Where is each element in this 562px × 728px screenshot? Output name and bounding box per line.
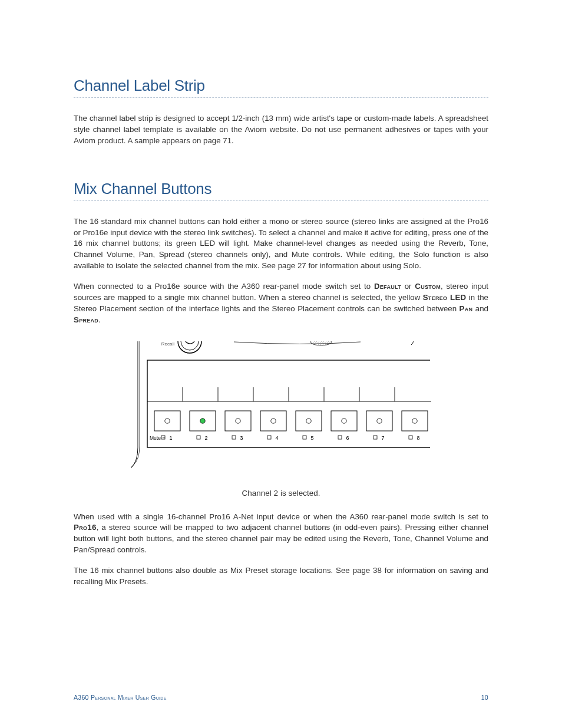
svg-rect-6 — [147, 360, 431, 447]
smallcaps-spread: Spread — [74, 315, 98, 324]
channel-label-4: 4 — [275, 435, 278, 441]
figure-channel-buttons: Recall 12345678 Mute = — [131, 341, 431, 477]
smallcaps-custom: Custom — [415, 282, 441, 291]
channel-label-7: 7 — [381, 435, 384, 441]
channel-label-2: 2 — [204, 435, 207, 441]
svg-rect-19 — [338, 436, 342, 439]
paragraph: When connected to a Pro16e source with t… — [74, 281, 488, 326]
page-number: 10 — [481, 694, 488, 701]
svg-rect-13 — [232, 436, 236, 439]
paragraph: The channel label strip is designed to a… — [74, 113, 488, 147]
paragraph: The 16 standard mix channel buttons can … — [74, 216, 488, 272]
channel-led-2 — [200, 418, 205, 423]
smallcaps-default: Default — [374, 282, 401, 291]
channel-label-3: 3 — [240, 435, 243, 441]
channel-label-6: 6 — [346, 435, 349, 441]
smallcaps-pan: Pan — [459, 304, 473, 313]
channel-label-8: 8 — [416, 435, 419, 441]
smallcaps-stereo-led: Stereo LED — [423, 293, 467, 302]
footer-title: A360 Personal Mixer User Guide — [74, 694, 167, 701]
svg-text:Recall: Recall — [161, 341, 174, 347]
channel-label-1: 1 — [169, 435, 172, 441]
smallcaps-pro16: Pro16 — [74, 523, 97, 532]
channel-label-5: 5 — [310, 435, 313, 441]
channel-led-4 — [271, 418, 276, 423]
paragraph: When used with a single 16-channel Pro16… — [74, 512, 488, 556]
channel-led-3 — [236, 418, 240, 423]
page-footer: A360 Personal Mixer User Guide 10 — [74, 694, 488, 701]
svg-rect-22 — [409, 436, 412, 439]
channel-led-1 — [165, 418, 170, 423]
channel-led-7 — [377, 418, 382, 423]
svg-rect-7 — [430, 359, 431, 449]
svg-rect-15 — [267, 436, 271, 439]
channel-led-6 — [342, 418, 346, 423]
channel-led-5 — [306, 418, 311, 423]
heading-mix-channel-buttons: Mix Channel Buttons — [74, 180, 488, 201]
paragraph: The 16 mix channel buttons also double a… — [74, 565, 488, 588]
svg-rect-21 — [373, 436, 377, 439]
svg-rect-11 — [197, 436, 200, 439]
heading-channel-label-strip: Channel Label Strip — [74, 77, 488, 98]
channel-led-8 — [412, 418, 417, 423]
svg-rect-17 — [303, 436, 306, 439]
figure-caption: Channel 2 is selected. — [74, 489, 488, 498]
svg-text:Mute =: Mute = — [150, 435, 165, 441]
